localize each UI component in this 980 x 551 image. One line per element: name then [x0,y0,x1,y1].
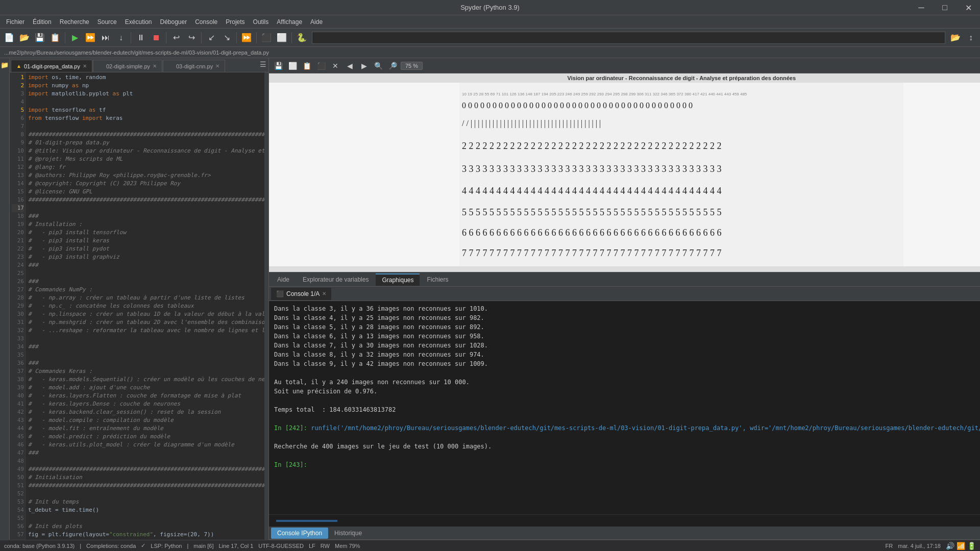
menu-fichier[interactable]: Fichier [2,17,29,27]
img-save-button[interactable]: 💾 [272,60,284,72]
status-bar: conda: base (Python 3.9.13) | Completion… [0,540,980,551]
svg-text:5  5  5  5  5  5  5  5  5  5  : 5 5 5 5 5 5 5 5 5 5 5 5 5 5 5 5 5 5 5 5 … [462,207,722,217]
zoom-level[interactable]: 75 % [401,62,423,70]
menu-recherche[interactable]: Recherche [56,17,93,27]
titlebar: Spyder (Python 3.9) ─ □ ✕ [0,0,980,15]
menu-projets[interactable]: Projets [222,17,249,27]
file-tree-icon[interactable]: 📁 [0,60,9,69]
svg-text:3  3  3  3  3  3  3  3  3  3  : 3 3 3 3 3 3 3 3 3 3 3 3 3 3 3 3 3 3 3 3 … [462,164,722,174]
tab-fichiers[interactable]: Fichiers [421,273,454,286]
step-in-button[interactable]: ↙ [204,31,218,45]
maximize-button[interactable]: □ [933,0,957,15]
tab-historique[interactable]: Historique [328,528,368,539]
tab-close-1[interactable]: ✕ [83,63,87,69]
img-stop-button[interactable]: ⬛ [315,60,327,72]
status-locale: FR [886,543,893,549]
menubar: Fichier Édition Recherche Source Exécuti… [0,15,980,29]
console-line-17 [274,451,980,460]
menu-console[interactable]: Console [191,17,222,27]
rewind-button[interactable]: ↩ [169,31,183,45]
forward-button[interactable]: ↪ [184,31,199,45]
layout-button[interactable]: ⬜ [275,31,289,45]
editor-scrollbar[interactable] [264,72,268,540]
open-file-button[interactable]: 📂 [17,31,32,45]
run-cell-next-button[interactable]: ⏭ [99,31,113,45]
toolbar-separator-4 [201,32,202,43]
menu-debugger[interactable]: Déboguer [156,17,191,27]
console-line-14: In [242]: runfile('/mnt/home2/phroy/Bure… [274,423,980,433]
run-button[interactable]: ▶ [68,31,82,45]
breadcrumb: ...me2/phroy/Bureau/seriousgames/blender… [0,47,980,58]
svg-text:2  2  2  2  2  2  2  2  2  2  : 2 2 2 2 2 2 2 2 2 2 2 2 2 2 2 2 2 2 2 2 … [462,141,722,151]
console-line-3: Dans la classe 5, il y a 28 images non r… [274,322,980,332]
minimize-button[interactable]: ─ [910,0,933,15]
tab-graphiques[interactable]: Graphiques [376,273,420,286]
status-completions: Completions: conda [86,543,136,549]
tab-variables[interactable]: Explorateur de variables [297,273,375,286]
status-encoding: UTF-8-GUESSED [258,543,304,549]
menu-edition[interactable]: Édition [29,17,56,27]
tab-03-digit[interactable]: ▲ 03-digit-cnn.py ✕ [163,60,225,72]
img-zoom-in-button[interactable]: 🔍 [372,60,384,72]
img-next-button[interactable]: ▶ [358,60,370,72]
console-line-15 [274,433,980,442]
tab-close-3[interactable]: ✕ [215,63,219,69]
toolbar-separator-5 [236,32,237,43]
console-close-icon[interactable]: ✕ [322,291,326,296]
console-line-18: In [243]: [274,460,980,469]
console-tab-label: Console 1/A [286,290,320,297]
tray-icons: 🔊 📶 🔋 [946,542,976,550]
console-line-13 [274,414,980,423]
window-controls[interactable]: ─ □ ✕ [910,0,980,15]
tab-label-2: 02-digit-simple.py [106,63,150,69]
tab-menu-icon[interactable]: ☰ [260,60,266,68]
python-icon-button[interactable]: 🐍 [295,31,309,45]
status-mem: Mem 79% [335,543,360,549]
console-toggle-button[interactable]: ⬛ [259,31,274,45]
path-input[interactable]: /mnt/home2/phroy/Bureau/seriousgames/ble… [312,32,945,44]
new-file-button[interactable]: 📄 [2,31,16,45]
img-copy-button[interactable]: ⬜ [286,60,299,72]
image-content: Vision par ordinateur - Reconnaissance d… [269,73,980,272]
run-cell-button[interactable]: ⏩ [83,31,97,45]
console-icon: ⬛ [276,290,284,297]
tab-02-digit[interactable]: ▲ 02-digit-simple.py ✕ [93,60,162,72]
tray-icon-2[interactable]: 📶 [957,542,965,550]
tab-close-2[interactable]: ✕ [153,63,157,69]
run-selection-button[interactable]: ↓ [114,31,128,45]
save-button[interactable]: 💾 [33,31,47,45]
menu-source[interactable]: Source [93,17,121,27]
menu-execution[interactable]: Exécution [121,17,156,27]
menu-outils[interactable]: Outils [249,17,273,27]
save-all-button[interactable]: 📋 [48,31,62,45]
console-line-2: Dans la classe 4, il y a 25 images non r… [274,313,980,322]
img-prev-button[interactable]: ◀ [344,60,356,72]
tab-console-ipython[interactable]: Console IPython [271,528,328,539]
code-content[interactable]: import os, time, random import numpy as … [26,72,264,540]
fast-fwd-button[interactable]: ⏩ [239,31,254,45]
browse-button[interactable]: 📂 [948,31,963,45]
img-clipboard-button[interactable]: 📋 [301,60,313,72]
debug-button[interactable]: ⏸ [134,31,148,45]
sync-button[interactable]: ↕ [964,31,978,45]
menu-affichage[interactable]: Affichage [273,17,306,27]
tab-warn-icon-3: ▲ [168,63,174,69]
tray-icon-1[interactable]: 🔊 [946,542,954,550]
console-input-area [269,514,980,527]
step-over-button[interactable]: ↘ [219,31,234,45]
close-button[interactable]: ✕ [957,0,980,15]
img-close-button[interactable]: ✕ [329,60,341,72]
stop-button[interactable]: ⏹ [149,31,163,45]
console-line-7: Dans la classe 9, il y a 42 images non r… [274,359,980,368]
img-zoom-out-button[interactable]: 🔎 [386,60,399,72]
tab-warn-icon-1: ▲ [16,63,21,69]
status-eol: LF [309,543,315,549]
editor-tabs: ▲ 01-digit-prepa_data.py ✕ ▲ 02-digit-si… [10,58,268,72]
menu-aide[interactable]: Aide [306,17,327,27]
tab-aide[interactable]: Aide [271,273,296,286]
tab-01-digit[interactable]: ▲ 01-digit-prepa_data.py ✕ [11,60,92,72]
console-tab-1[interactable]: ⬛ Console 1/A ✕ [271,288,331,300]
image-title: Vision par ordinateur - Reconnaissance d… [269,73,980,83]
tab-label-1: 01-digit-prepa_data.py [24,63,80,69]
tray-icon-3[interactable]: 🔋 [967,542,976,550]
